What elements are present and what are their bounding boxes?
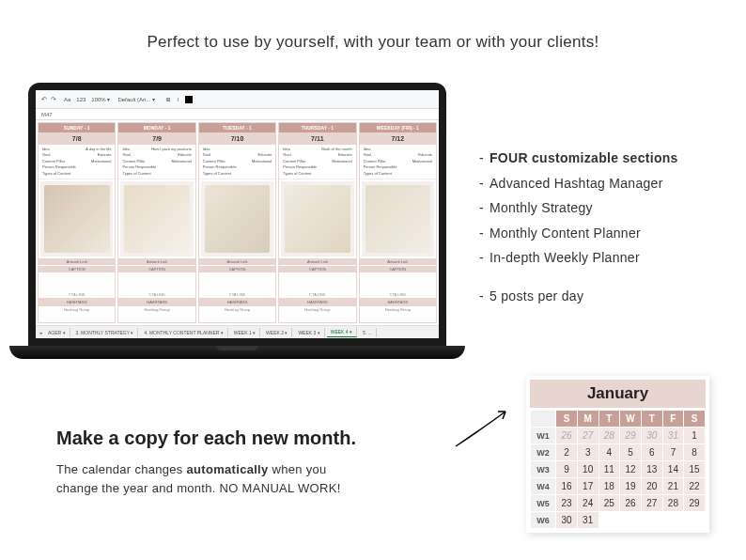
hashtags-label[interactable]: HASHTAGS bbox=[118, 298, 194, 306]
hashtags-label[interactable]: HASHTAGS bbox=[279, 298, 355, 306]
sheet-tab[interactable]: AGER ▾ bbox=[44, 328, 70, 337]
tab-scroll-left-icon[interactable]: ◂ bbox=[39, 330, 42, 335]
calendar-day[interactable]: 10 bbox=[577, 461, 598, 478]
calendar-day[interactable]: 11 bbox=[598, 461, 620, 478]
content-image[interactable] bbox=[281, 181, 353, 257]
hashtags-label[interactable]: HASHTAGS bbox=[360, 298, 436, 306]
calendar-day[interactable]: 20 bbox=[641, 478, 662, 495]
color-picker[interactable] bbox=[185, 96, 193, 103]
sheet-tab[interactable]: 5. ... bbox=[359, 328, 377, 337]
size-control[interactable]: 123 bbox=[76, 97, 85, 102]
content-image[interactable] bbox=[201, 181, 273, 257]
calendar-day[interactable]: 29 bbox=[684, 495, 706, 512]
artwork-link-label[interactable]: Artwork Link bbox=[279, 258, 355, 265]
sheet-tab[interactable]: WEEK 2 ▾ bbox=[262, 328, 292, 337]
cta-link-label[interactable]: CTA LINK bbox=[39, 291, 115, 298]
field-block[interactable]: IdeaBook of the monthGoalEducateContent … bbox=[279, 145, 355, 179]
cell-reference[interactable]: M47 bbox=[36, 109, 439, 120]
calendar-day[interactable] bbox=[662, 512, 684, 529]
undo-icon[interactable]: ↶ bbox=[41, 96, 47, 103]
artwork-link-label[interactable]: Artwork Link bbox=[360, 258, 436, 265]
field-block[interactable]: IdeaA day in the lifeGoalEducateContent … bbox=[39, 145, 115, 179]
calendar-day[interactable] bbox=[684, 512, 706, 529]
calendar-day[interactable]: 31 bbox=[577, 512, 598, 529]
calendar-day[interactable]: 25 bbox=[598, 495, 620, 512]
sheet-tab[interactable]: 4. MONTHLY CONTENT PLANNER ▾ bbox=[140, 328, 227, 337]
artwork-link-label[interactable]: Artwork Link bbox=[118, 258, 194, 265]
calendar-day[interactable]: 29 bbox=[620, 428, 642, 444]
field-block[interactable]: IdeaGoalEducateContent PillarMotivationa… bbox=[199, 145, 275, 179]
zoom-control[interactable]: 100% ▾ bbox=[91, 96, 110, 102]
calendar-day[interactable]: 1 bbox=[684, 428, 706, 444]
date-cell[interactable]: 7/11 bbox=[279, 132, 355, 145]
font-control[interactable]: Aa bbox=[64, 97, 70, 102]
calendar-day[interactable]: 24 bbox=[577, 495, 598, 512]
calendar-day[interactable]: 30 bbox=[641, 428, 662, 444]
calendar-day[interactable]: 17 bbox=[577, 478, 598, 495]
cta-link-label[interactable]: CTA LINK bbox=[199, 291, 275, 298]
hashtag-group-label[interactable]: Hashtag Group bbox=[360, 306, 436, 313]
day-column[interactable]: THURSDAY - 17/11IdeaBook of the monthGoa… bbox=[278, 122, 356, 323]
day-column[interactable]: SUNDAY - 17/8IdeaA day in the lifeGoalEd… bbox=[38, 122, 116, 323]
caption-label[interactable]: CAPTION bbox=[39, 266, 115, 272]
calendar-day[interactable]: 14 bbox=[662, 461, 684, 478]
hashtag-group-label[interactable]: Hashtag Group bbox=[199, 306, 275, 313]
calendar-day[interactable]: 28 bbox=[662, 495, 684, 512]
calendar-day[interactable]: 3 bbox=[577, 444, 598, 461]
sheet-tab[interactable]: WEEK 1 ▾ bbox=[230, 328, 260, 337]
caption-label[interactable]: CAPTION bbox=[199, 266, 275, 272]
cta-link-label[interactable]: CTA LINK bbox=[118, 291, 194, 298]
calendar-day[interactable] bbox=[641, 512, 662, 529]
calendar-day[interactable]: 26 bbox=[620, 495, 642, 512]
calendar-day[interactable]: 9 bbox=[556, 461, 578, 478]
day-column[interactable]: TUESDAY - 17/10IdeaGoalEducateContent Pi… bbox=[198, 122, 276, 323]
content-image[interactable] bbox=[362, 181, 434, 257]
field-block[interactable]: IdeaHow I pack my productsGoalEducateCon… bbox=[118, 145, 194, 179]
calendar-day[interactable]: 22 bbox=[684, 478, 706, 495]
sheet-tab[interactable]: WEEK 3 ▾ bbox=[294, 328, 324, 337]
calendar-day[interactable]: 12 bbox=[620, 461, 642, 478]
calendar-day[interactable]: 30 bbox=[556, 512, 578, 529]
caption-label[interactable]: CAPTION bbox=[279, 266, 355, 272]
italic-button[interactable]: I bbox=[177, 97, 179, 102]
sheet-tab[interactable]: 3. MONTHLY STRATEGY ▾ bbox=[72, 328, 139, 337]
font-select[interactable]: Default (Ari... ▾ bbox=[117, 96, 155, 102]
redo-icon[interactable]: ↷ bbox=[51, 96, 56, 103]
calendar-day[interactable]: 15 bbox=[684, 461, 706, 478]
calendar-day[interactable]: 2 bbox=[556, 444, 578, 461]
content-image[interactable] bbox=[40, 181, 113, 257]
calendar-day[interactable] bbox=[598, 512, 620, 529]
date-cell[interactable]: 7/9 bbox=[118, 132, 194, 145]
day-column[interactable]: MONDAY - 17/9IdeaHow I pack my productsG… bbox=[117, 122, 195, 323]
hashtag-group-label[interactable]: Hashtag Group bbox=[39, 306, 115, 313]
calendar-day[interactable]: 18 bbox=[598, 478, 620, 495]
caption-label[interactable]: CAPTION bbox=[360, 266, 436, 272]
date-cell[interactable]: 7/10 bbox=[199, 132, 275, 145]
calendar-day[interactable]: 16 bbox=[556, 478, 578, 495]
calendar-day[interactable]: 28 bbox=[598, 428, 620, 444]
hashtags-label[interactable]: HASHTAGS bbox=[199, 298, 275, 306]
hashtags-label[interactable]: HASHTAGS bbox=[39, 298, 115, 306]
calendar-day[interactable]: 8 bbox=[684, 444, 706, 461]
sheet-tab[interactable]: WEEK 4 ▾ bbox=[327, 327, 357, 337]
calendar-day[interactable]: 21 bbox=[662, 478, 684, 495]
content-image[interactable] bbox=[120, 181, 193, 257]
cta-link-label[interactable]: CTA LINK bbox=[279, 291, 355, 298]
hashtag-group-label[interactable]: Hashtag Group bbox=[118, 306, 194, 313]
calendar-day[interactable]: 26 bbox=[556, 428, 578, 444]
bold-button[interactable]: B bbox=[166, 97, 170, 102]
artwork-link-label[interactable]: Artwork Link bbox=[199, 258, 275, 265]
calendar-day[interactable] bbox=[620, 512, 642, 529]
cta-link-label[interactable]: CTA LINK bbox=[360, 291, 436, 298]
calendar-day[interactable]: 6 bbox=[641, 444, 662, 461]
day-column[interactable]: WEEKDAY (FRI) - 17/12IdeaGoalEducateCont… bbox=[359, 122, 437, 323]
calendar-day[interactable]: 19 bbox=[620, 478, 642, 495]
field-block[interactable]: IdeaGoalEducateContent PillarMotivationa… bbox=[360, 145, 436, 179]
date-cell[interactable]: 7/8 bbox=[39, 132, 115, 145]
calendar-day[interactable]: 27 bbox=[577, 428, 598, 444]
calendar-day[interactable]: 27 bbox=[641, 495, 662, 512]
calendar-day[interactable]: 13 bbox=[641, 461, 662, 478]
calendar-day[interactable]: 23 bbox=[556, 495, 578, 512]
calendar-day[interactable]: 4 bbox=[598, 444, 620, 461]
date-cell[interactable]: 7/12 bbox=[360, 132, 436, 145]
